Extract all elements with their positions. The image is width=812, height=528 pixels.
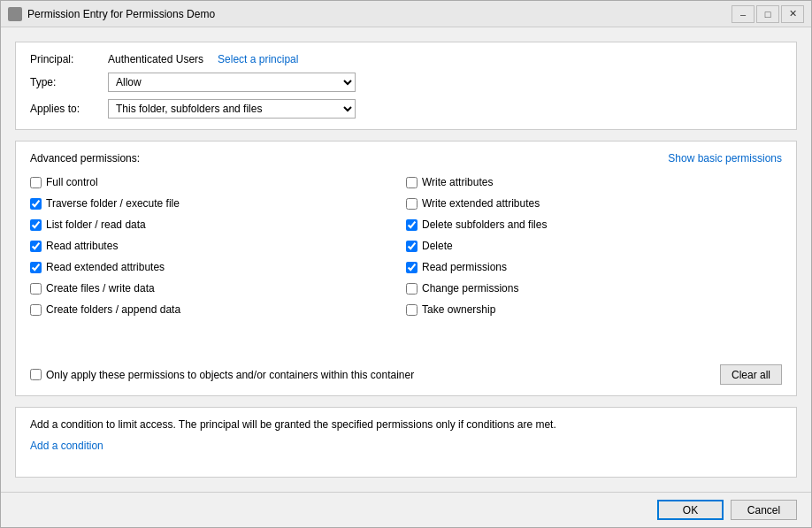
create-folders-label: Create folders / append data [46, 303, 180, 316]
read-attributes-label: Read attributes [46, 240, 118, 252]
principal-row: Principal: Authenticated Users Select a … [30, 53, 782, 65]
full-control-label: Full control [46, 176, 98, 188]
info-section: Principal: Authenticated Users Select a … [15, 42, 797, 130]
change-permissions-checkbox[interactable] [406, 283, 417, 295]
read-extended-attributes-label: Read extended attributes [46, 261, 165, 273]
list-folder-label: List folder / read data [46, 218, 146, 231]
principal-label: Principal: [30, 53, 101, 65]
perm-delete: Delete [406, 237, 782, 255]
applies-to-label: Applies to: [30, 103, 101, 115]
create-files-checkbox[interactable] [30, 283, 42, 295]
change-permissions-label: Change permissions [422, 282, 518, 295]
minimize-button[interactable]: – [732, 5, 755, 23]
delete-label: Delete [422, 240, 453, 252]
cancel-button[interactable]: Cancel [731, 500, 797, 520]
permissions-title: Advanced permissions: [30, 152, 140, 165]
take-ownership-checkbox[interactable] [406, 304, 417, 316]
traverse-folder-label: Traverse folder / execute file [46, 197, 180, 210]
type-row: Type: Allow Deny [30, 73, 782, 92]
add-condition-link[interactable]: Add a condition [30, 440, 103, 452]
principal-value: Authenticated Users [108, 53, 203, 65]
traverse-folder-checkbox[interactable] [30, 198, 42, 210]
delete-subfolders-label: Delete subfolders and files [422, 218, 547, 231]
create-folders-checkbox[interactable] [30, 304, 42, 316]
perm-create-folders: Create folders / append data [30, 301, 406, 318]
list-folder-checkbox[interactable] [30, 219, 42, 231]
condition-section: Add a condition to limit access. The pri… [15, 407, 797, 478]
perm-full-control: Full control [30, 173, 406, 191]
select-principal-link[interactable]: Select a principal [218, 53, 298, 65]
perm-delete-subfolders: Delete subfolders and files [406, 216, 782, 233]
type-label: Type: [30, 76, 101, 88]
perm-take-ownership: Take ownership [406, 301, 782, 318]
clear-all-row: Clear all [720, 364, 782, 385]
write-attributes-label: Write attributes [422, 176, 493, 188]
clear-all-button[interactable]: Clear all [720, 364, 782, 385]
window-icon [8, 7, 22, 21]
write-extended-attributes-label: Write extended attributes [422, 197, 540, 210]
perm-change-permissions: Change permissions [406, 279, 782, 297]
main-content: Principal: Authenticated Users Select a … [1, 27, 811, 492]
permissions-left-col: Full control Traverse folder / execute f… [30, 173, 406, 348]
perm-write-extended-attributes: Write extended attributes [406, 195, 782, 212]
delete-subfolders-checkbox[interactable] [406, 219, 417, 231]
show-basic-link[interactable]: Show basic permissions [668, 152, 782, 165]
only-apply-label: Only apply these permissions to objects … [46, 369, 414, 381]
write-attributes-checkbox[interactable] [406, 177, 417, 188]
title-bar: Permission Entry for Permissions Demo – … [1, 1, 811, 27]
ok-button[interactable]: OK [657, 500, 724, 520]
read-permissions-checkbox[interactable] [406, 262, 417, 273]
perm-read-extended-attributes: Read extended attributes [30, 258, 406, 276]
maximize-button[interactable]: □ [756, 5, 779, 23]
full-control-checkbox[interactable] [30, 177, 42, 188]
dialog-footer: OK Cancel [1, 492, 811, 527]
condition-description: Add a condition to limit access. The pri… [30, 418, 782, 431]
only-apply-row: Only apply these permissions to objects … [30, 369, 414, 381]
read-attributes-checkbox[interactable] [30, 241, 42, 252]
close-button[interactable]: ✕ [781, 5, 804, 23]
perm-read-permissions: Read permissions [406, 258, 782, 276]
read-extended-attributes-checkbox[interactable] [30, 262, 42, 273]
perm-create-files: Create files / write data [30, 279, 406, 297]
perm-write-attributes: Write attributes [406, 173, 782, 191]
title-bar-controls: – □ ✕ [732, 5, 804, 23]
create-files-label: Create files / write data [46, 282, 155, 295]
perm-read-attributes: Read attributes [30, 237, 406, 255]
take-ownership-label: Take ownership [422, 303, 495, 316]
perm-traverse-folder: Traverse folder / execute file [30, 195, 406, 212]
only-apply-checkbox[interactable] [30, 369, 42, 380]
read-permissions-label: Read permissions [422, 261, 507, 273]
dialog-window: Permission Entry for Permissions Demo – … [0, 0, 812, 528]
applies-to-select[interactable]: This folder, subfolders and files This f… [108, 99, 356, 119]
permissions-grid: Full control Traverse folder / execute f… [30, 173, 782, 348]
perm-list-folder: List folder / read data [30, 216, 406, 233]
applies-to-row: Applies to: This folder, subfolders and … [30, 99, 782, 119]
window-title: Permission Entry for Permissions Demo [27, 8, 732, 20]
permissions-section: Advanced permissions: Show basic permiss… [15, 141, 797, 396]
delete-checkbox[interactable] [406, 241, 417, 252]
permissions-header: Advanced permissions: Show basic permiss… [30, 152, 782, 165]
write-extended-attributes-checkbox[interactable] [406, 198, 417, 210]
type-select[interactable]: Allow Deny [108, 73, 356, 92]
permissions-right-col: Write attributes Write extended attribut… [406, 173, 782, 348]
